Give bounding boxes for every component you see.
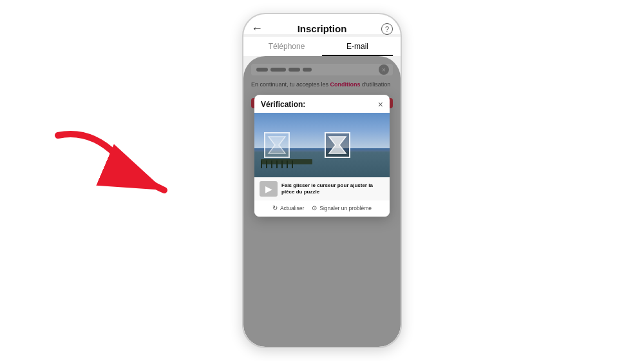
dock-post-6 bbox=[287, 161, 288, 168]
dock-posts bbox=[261, 161, 293, 168]
puzzle-image bbox=[254, 113, 390, 177]
report-icon: ⊙ bbox=[312, 204, 317, 211]
help-button[interactable]: ? bbox=[381, 23, 393, 35]
dock-post-2 bbox=[266, 161, 267, 168]
header: ← Inscription ? bbox=[243, 14, 401, 34]
phone-screen: ← Inscription ? Téléphone E-mail × bbox=[243, 14, 401, 347]
refresh-icon: ↻ bbox=[272, 204, 278, 211]
tab-telephone[interactable]: Téléphone bbox=[251, 37, 322, 56]
dock-post-7 bbox=[292, 161, 293, 168]
modal-header: Vérification: × bbox=[254, 95, 390, 113]
slider-row[interactable]: ▶ Fais glisser le curseur pour ajuster l… bbox=[254, 177, 390, 200]
refresh-label: Actualiser bbox=[280, 205, 304, 211]
tab-email[interactable]: E-mail bbox=[322, 37, 393, 56]
puzzle-piece-right-svg bbox=[324, 132, 351, 159]
dock-post-4 bbox=[276, 161, 278, 168]
page-wrapper: ← Inscription ? Téléphone E-mail × bbox=[0, 0, 644, 361]
modal-close-button[interactable]: × bbox=[378, 100, 383, 109]
tabs-container: Téléphone E-mail bbox=[243, 37, 401, 56]
back-button[interactable]: ← bbox=[251, 22, 263, 35]
modal-footer: ↻ Actualiser ⊙ Signaler un problème bbox=[254, 200, 390, 217]
puzzle-slot-left-svg bbox=[263, 132, 290, 159]
arrow-right-icon: ▶ bbox=[265, 184, 272, 194]
verification-modal: Vérification: × bbox=[254, 95, 390, 217]
slider-arrow-button[interactable]: ▶ bbox=[260, 181, 278, 197]
refresh-button[interactable]: ↻ Actualiser bbox=[272, 204, 304, 211]
modal-title: Vérification: bbox=[261, 100, 305, 109]
dock-post-1 bbox=[261, 161, 262, 168]
content-area: × En continuant, tu acceptes les Conditi… bbox=[243, 56, 401, 347]
report-label: Signaler un problème bbox=[319, 205, 372, 211]
report-button[interactable]: ⊙ Signaler un problème bbox=[312, 204, 372, 211]
page-title: Inscription bbox=[298, 23, 347, 34]
dock-post-5 bbox=[281, 161, 283, 168]
modal-overlay: Vérification: × bbox=[243, 56, 401, 347]
phone-frame: ← Inscription ? Téléphone E-mail × bbox=[242, 13, 402, 348]
slider-track: Fais glisser le curseur pour ajuster la … bbox=[281, 182, 384, 196]
dock-post-3 bbox=[271, 161, 272, 168]
slider-instruction: Fais glisser le curseur pour ajuster la … bbox=[281, 182, 384, 196]
red-arrow bbox=[39, 122, 180, 206]
